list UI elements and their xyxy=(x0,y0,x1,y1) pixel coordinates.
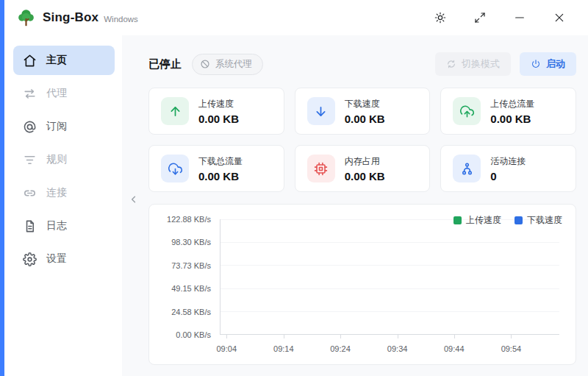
sidebar: 主页 代理 订阅 xyxy=(0,35,122,376)
document-icon xyxy=(22,219,37,233)
x-tickmark xyxy=(454,335,455,338)
chart-x-axis-ticks xyxy=(220,335,559,338)
legend-item-download[interactable]: 下载速度 xyxy=(514,214,562,227)
gear-icon xyxy=(22,252,37,266)
stat-value: 0.00 KB xyxy=(198,113,239,125)
stat-card-active-connections: 活动连接 0 xyxy=(440,145,576,192)
sidebar-item-home[interactable]: 主页 xyxy=(13,46,115,75)
x-tickmark xyxy=(398,335,398,338)
minimize-icon[interactable] xyxy=(513,11,526,24)
status-actions: 切换模式 启动 xyxy=(435,52,576,76)
x-tick: 09:14 xyxy=(273,344,294,353)
sidebar-item-label: 日志 xyxy=(46,219,67,233)
network-icon xyxy=(453,155,481,182)
x-tick: 09:04 xyxy=(216,344,237,353)
legend-swatch-green xyxy=(453,216,462,224)
switch-mode-button[interactable]: 切换模式 xyxy=(435,52,511,76)
stat-label: 上传速度 xyxy=(198,98,239,110)
sidebar-item-label: 订阅 xyxy=(46,120,67,133)
start-label: 启动 xyxy=(546,57,565,71)
sidebar-item-label: 规则 xyxy=(46,153,67,166)
cloud-download-icon xyxy=(161,155,189,182)
y-tick: 73.73 KB/s xyxy=(149,261,211,270)
stat-label: 内存占用 xyxy=(345,155,385,168)
sidebar-item-label: 主页 xyxy=(46,54,67,67)
prohibit-icon xyxy=(200,59,210,69)
sidebar-item-rules[interactable]: 规则 xyxy=(13,145,115,174)
app-title: Sing-Box xyxy=(43,10,98,25)
main-content: 已停止 系统代理 切换模式 xyxy=(122,35,588,376)
gridline xyxy=(220,265,559,266)
cloud-upload-icon xyxy=(453,97,481,125)
sidebar-item-label: 连接 xyxy=(46,186,67,199)
filter-icon xyxy=(22,152,37,167)
x-tickmark xyxy=(511,335,512,338)
stat-value: 0.00 KB xyxy=(490,113,534,125)
link-icon xyxy=(22,185,37,200)
sidebar-item-proxy[interactable]: 代理 xyxy=(13,79,115,108)
sidebar-item-connections[interactable]: 连接 xyxy=(13,178,115,207)
status-row: 已停止 系统代理 切换模式 xyxy=(148,53,576,75)
cpu-icon xyxy=(307,155,335,182)
home-icon xyxy=(22,53,37,68)
stat-card-upload-total: 上传总流量 0.00 KB xyxy=(440,88,576,135)
stat-value: 0.00 KB xyxy=(345,113,385,125)
y-tick: 49.15 KB/s xyxy=(149,284,211,293)
stat-label: 上传总流量 xyxy=(490,98,534,110)
legend-swatch-blue xyxy=(514,216,523,224)
gridline xyxy=(220,242,559,243)
stat-label: 下载速度 xyxy=(345,98,385,110)
chart-y-axis-labels: 122.88 KB/s 98.30 KB/s 73.73 KB/s 49.15 … xyxy=(154,219,215,335)
close-icon[interactable] xyxy=(553,11,566,24)
app-platform-label: Windows xyxy=(104,12,138,24)
at-sign-icon xyxy=(22,119,37,134)
sidebar-item-logs[interactable]: 日志 xyxy=(13,211,115,241)
arrow-up-icon xyxy=(161,97,189,125)
x-tick: 09:34 xyxy=(387,344,408,353)
stat-card-download-speed: 下载速度 0.00 KB xyxy=(295,88,431,135)
arrow-down-icon xyxy=(307,97,335,125)
power-icon xyxy=(531,59,541,69)
y-tick: 122.88 KB/s xyxy=(149,215,211,224)
y-tick: 0.00 KB/s xyxy=(149,330,211,339)
stat-card-download-total: 下载总流量 0.00 KB xyxy=(148,145,284,192)
legend-label: 上传速度 xyxy=(466,214,501,227)
chart-plot-area xyxy=(220,219,559,335)
stat-value: 0.00 KB xyxy=(345,170,385,182)
theme-toggle-sun-icon[interactable] xyxy=(434,11,447,24)
system-proxy-chip[interactable]: 系统代理 xyxy=(192,54,263,75)
x-tick: 09:24 xyxy=(330,344,351,353)
y-tick: 24.58 KB/s xyxy=(149,308,211,316)
window-accent-strip xyxy=(0,0,4,376)
x-tickmark xyxy=(226,335,227,338)
x-tickmark xyxy=(340,335,341,338)
sidebar-item-settings[interactable]: 设置 xyxy=(13,244,115,274)
window-controls xyxy=(434,11,588,24)
switch-mode-label: 切换模式 xyxy=(462,57,500,71)
app-logo-tree-icon xyxy=(16,8,36,28)
x-tick: 09:44 xyxy=(444,344,465,353)
sidebar-item-subscription[interactable]: 订阅 xyxy=(13,112,115,141)
x-tickmark xyxy=(284,335,284,338)
start-button[interactable]: 启动 xyxy=(520,52,576,76)
titlebar: Sing-Box Windows xyxy=(0,0,588,35)
gridline xyxy=(220,288,559,289)
expand-fullscreen-icon[interactable] xyxy=(473,11,487,24)
stat-value: 0 xyxy=(490,170,526,182)
stat-card-upload-speed: 上传速度 0.00 KB xyxy=(148,88,284,135)
body-row: 主页 代理 订阅 xyxy=(0,35,588,376)
chart-legend: 上传速度 下载速度 xyxy=(453,214,562,227)
legend-item-upload[interactable]: 上传速度 xyxy=(453,214,501,227)
stat-value: 0.00 KB xyxy=(198,170,243,182)
sidebar-collapse-handle-chevron-left-icon[interactable] xyxy=(128,191,140,207)
system-proxy-label: 系统代理 xyxy=(215,58,252,71)
legend-label: 下载速度 xyxy=(527,214,562,227)
stat-card-memory: 内存占用 0.00 KB xyxy=(295,145,431,192)
refresh-icon xyxy=(446,59,456,69)
chart-x-axis-labels: 09:04 09:14 09:24 09:34 09:44 09:54 xyxy=(220,344,559,355)
stat-label: 活动连接 xyxy=(490,155,526,168)
sidebar-item-label: 设置 xyxy=(46,252,67,266)
y-tick: 98.30 KB/s xyxy=(149,238,211,246)
core-status-text: 已停止 xyxy=(148,57,182,71)
stat-label: 下载总流量 xyxy=(198,155,243,168)
